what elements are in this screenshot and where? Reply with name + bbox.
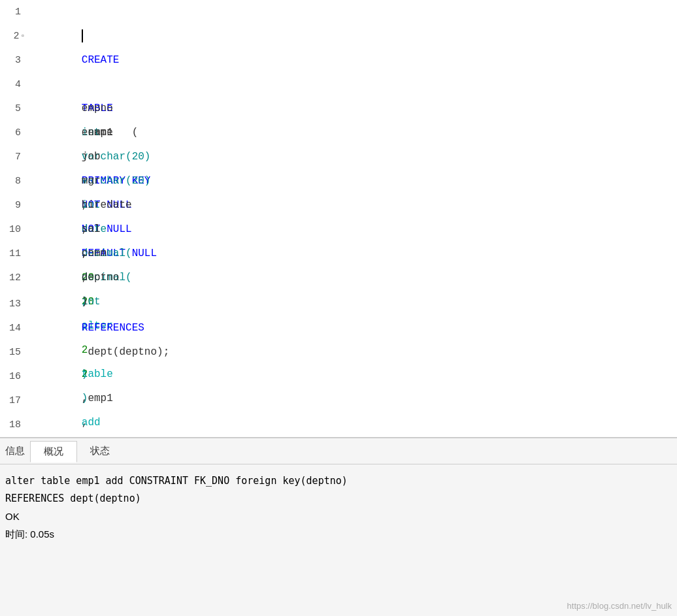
line-number-6: 6 xyxy=(0,121,26,145)
line-number-5: 5 xyxy=(0,97,26,121)
bottom-panel: 信息 概况 状态 alter table emp1 add CONSTRAINT… xyxy=(0,438,677,616)
watermark: https://blog.csdn.net/lv_hulk xyxy=(567,601,672,611)
line-number-13: 13 xyxy=(0,292,26,316)
line-number-4: 4 xyxy=(0,73,26,97)
line-number-10: 10 xyxy=(0,218,26,242)
line-number-9: 9 xyxy=(0,193,26,218)
code-line-6: 6 mgr int DEFAULT NULL , xyxy=(0,121,677,145)
code-line-7: 7 hiredate date , xyxy=(0,145,677,169)
results-area: alter table emp1 add CONSTRAINT FK_DNO f… xyxy=(0,464,677,551)
code-line-9: 9 comm decimal( 20 , 2 ) , xyxy=(0,193,677,218)
tab-zhuangtai[interactable]: 状态 xyxy=(77,441,123,461)
result-sql-line1: alter table emp1 add CONSTRAINT FK_DNO f… xyxy=(5,472,672,490)
code-line-5: 5 job varchar(20) NOT NULL , xyxy=(0,97,677,121)
tab-label-xin: 信息 xyxy=(5,445,25,457)
code-line-3: 3 empno int PRIMARY KEY , xyxy=(0,48,677,73)
code-line-4: 4 ename varchar(20) NOT NULL , xyxy=(0,73,677,97)
tab-gaikuang[interactable]: 概况 xyxy=(30,441,77,462)
result-time: 时间: 0.05s xyxy=(5,525,672,543)
line-number-11: 11 xyxy=(0,242,26,266)
line-num-text-2: 2 xyxy=(13,24,19,48)
line-number-16: 16 xyxy=(0,365,26,389)
line-number-18: 18 xyxy=(0,413,26,437)
line-number-7: 7 xyxy=(0,145,26,169)
line-number-12: 12 xyxy=(0,266,26,290)
code-lines: 1 2 ▫ CREATE TABLE emp1 ( 3 em xyxy=(0,0,677,437)
line-number-2: 2 ▫ xyxy=(0,24,26,48)
line-number-3: 3 xyxy=(0,48,26,73)
code-line-11: 11 ) xyxy=(0,242,677,266)
code-line-17: 17 xyxy=(0,389,677,413)
line-number-15: 15 xyxy=(0,340,26,365)
fold-icon-2[interactable]: ▫ xyxy=(20,24,25,48)
code-line-2: 2 ▫ CREATE TABLE emp1 ( xyxy=(0,24,677,48)
code-editor: 1 2 ▫ CREATE TABLE emp1 ( 3 em xyxy=(0,0,677,438)
code-line-12: 12 alter table emp1 add CONSTRAINT FK_DN… xyxy=(0,266,677,292)
line-number-17: 17 xyxy=(0,389,26,413)
code-line-16: 16 xyxy=(0,365,677,389)
line-number-8: 8 xyxy=(0,169,26,193)
code-line-1: 1 xyxy=(0,0,677,24)
code-line-10: 10 deptno int xyxy=(0,218,677,242)
line-number-1: 1 xyxy=(0,0,26,24)
code-line-13: 13 REFERENCES dept(deptno); xyxy=(0,292,677,316)
result-sql-line2: REFERENCES dept(deptno) xyxy=(5,490,672,508)
code-line-15: 15 xyxy=(0,340,677,365)
code-line-18: 18 xyxy=(0,413,677,437)
code-line-14: 14 xyxy=(0,316,677,340)
code-line-8: 8 sal decimal( 20 , 2 ) , xyxy=(0,169,677,193)
line-number-14: 14 xyxy=(0,316,26,340)
tabs-bar: 信息 概况 状态 xyxy=(0,438,677,464)
result-ok: OK xyxy=(5,508,672,525)
